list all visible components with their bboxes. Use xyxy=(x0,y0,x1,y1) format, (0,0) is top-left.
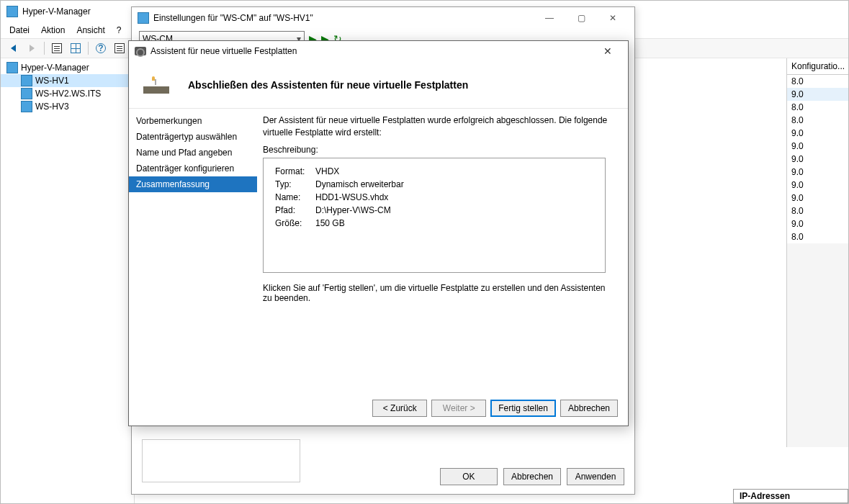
settings-cancel-button[interactable]: Abbrechen xyxy=(503,468,561,485)
question-icon: ? xyxy=(96,43,106,53)
grid-icon xyxy=(71,43,81,53)
settings-icon xyxy=(138,12,149,24)
right-column-pane: Konfiguratio... 8.0 9.0 8.0 8.0 9.0 9.0 … xyxy=(786,58,848,447)
wizard-close-button[interactable]: ✕ xyxy=(593,45,622,57)
settings-apply-button[interactable]: Anwenden xyxy=(567,468,624,485)
wizard-intro: Der Assistent für neue virtuelle Festpla… xyxy=(263,114,616,139)
new-vhd-wizard: Assistent für neue virtuelle Festplatten… xyxy=(128,40,629,426)
wizard-buttons: < Zurück Weiter > Fertig stellen Abbrech… xyxy=(372,400,618,417)
step-name-path[interactable]: Name und Pfad angeben xyxy=(129,145,257,161)
host-icon xyxy=(21,88,32,99)
step-configure[interactable]: Datenträger konfigurieren xyxy=(129,161,257,176)
hv-icon xyxy=(6,62,18,73)
menu-help[interactable]: ? xyxy=(111,24,127,37)
settings-titlebar: Einstellungen für "WS-CM" auf "WS-HV1" —… xyxy=(132,7,634,29)
host-icon xyxy=(21,75,32,86)
settings-ok-button[interactable]: OK xyxy=(440,468,498,485)
settings-preview-area xyxy=(142,439,300,482)
list-item[interactable]: 9.0 xyxy=(787,140,848,153)
summary-format-key: Format: xyxy=(272,166,311,177)
menu-view[interactable]: Ansicht xyxy=(71,24,110,37)
wizard-steps: Vorbemerkungen Datenträgertyp auswählen … xyxy=(129,109,257,394)
config-version-list: 8.0 9.0 8.0 8.0 9.0 9.0 9.0 9.0 9.0 9.0 … xyxy=(787,75,848,243)
list-item[interactable]: 9.0 xyxy=(787,127,848,140)
tree-node-label: WS-HV2.WS.ITS xyxy=(35,89,101,99)
settings-buttons: OK Abbrechen Anwenden xyxy=(440,468,624,485)
list-item[interactable]: 9.0 xyxy=(787,192,848,204)
wizard-next-button: Weiter > xyxy=(431,400,486,417)
list-icon xyxy=(114,43,125,53)
arrow-right-icon xyxy=(30,45,35,52)
wizard-titlebar: Assistent für neue virtuelle Festplatten… xyxy=(129,41,628,61)
nav-back-button[interactable] xyxy=(5,40,21,56)
ip-addresses-header[interactable]: IP-Adressen xyxy=(733,489,848,503)
summary-path-value: D:\Hyper-V\WS-CM xyxy=(313,204,407,216)
toolbar-separator xyxy=(44,42,45,55)
menu-file[interactable]: Datei xyxy=(4,24,35,37)
wizard-hint: Klicken Sie auf 'Fertig stellen', um die… xyxy=(263,283,616,303)
wizard-heading: Abschließen des Assistenten für neue vir… xyxy=(188,79,468,91)
maximize-button[interactable]: ▢ xyxy=(565,8,597,28)
step-disktype[interactable]: Datenträgertyp auswählen xyxy=(129,129,257,145)
right-header[interactable]: Konfiguratio... xyxy=(787,58,848,75)
summary-name-key: Name: xyxy=(272,192,311,203)
table-row: Pfad:D:\Hyper-V\WS-CM xyxy=(272,204,407,216)
summary-size-value: 150 GB xyxy=(313,217,407,229)
wizard-body: Vorbemerkungen Datenträgertyp auswählen … xyxy=(129,109,628,394)
toolbar-list-button[interactable] xyxy=(112,40,127,56)
minimize-button[interactable]: — xyxy=(534,8,565,28)
list-item[interactable]: 8.0 xyxy=(787,114,848,127)
list-item[interactable]: 9.0 xyxy=(787,88,848,101)
toolbar-separator xyxy=(88,42,89,55)
list-item[interactable]: 9.0 xyxy=(787,179,848,192)
tree-root[interactable]: Hyper-V-Manager xyxy=(1,61,134,74)
wand-disk-icon xyxy=(143,76,169,94)
main-title: Hyper-V-Manager xyxy=(22,6,91,17)
settings-title: Einstellungen für "WS-CM" auf "WS-HV1" xyxy=(153,13,313,23)
arrow-left-icon xyxy=(11,45,16,52)
tree-node-wshv3[interactable]: WS-HV3 xyxy=(1,100,134,113)
summary-table: Format:VHDX Typ:Dynamisch erweiterbar Na… xyxy=(271,164,408,230)
list-item[interactable]: 8.0 xyxy=(787,230,848,243)
tree-root-label: Hyper-V-Manager xyxy=(21,63,89,73)
summary-size-key: Größe: xyxy=(272,217,311,229)
tree-node-wshv1[interactable]: WS-HV1 xyxy=(1,74,134,87)
list-item[interactable]: 9.0 xyxy=(787,217,848,230)
step-vorbemerkungen[interactable]: Vorbemerkungen xyxy=(129,113,257,129)
sheet-icon xyxy=(52,43,62,53)
wizard-back-button[interactable]: < Zurück xyxy=(372,400,427,417)
summary-box: Format:VHDX Typ:Dynamisch erweiterbar Na… xyxy=(263,158,606,273)
summary-path-key: Pfad: xyxy=(272,204,311,216)
description-label: Beschreibung: xyxy=(263,145,616,155)
wizard-finish-button[interactable]: Fertig stellen xyxy=(490,400,556,417)
tree-node-label: WS-HV1 xyxy=(35,76,69,86)
menu-action[interactable]: Aktion xyxy=(35,24,71,37)
table-row: Format:VHDX xyxy=(272,166,407,177)
step-summary[interactable]: Zusammenfassung xyxy=(129,176,257,192)
tree-node-label: WS-HV3 xyxy=(35,102,69,112)
nav-forward-button xyxy=(24,40,40,56)
tree-pane: Hyper-V-Manager WS-HV1 WS-HV2.WS.ITS WS-… xyxy=(1,58,135,503)
close-button[interactable]: ✕ xyxy=(597,8,629,28)
list-item[interactable]: 9.0 xyxy=(787,166,848,179)
summary-name-value: HDD1-WSUS.vhdx xyxy=(313,192,407,203)
toolbar-sheet-button[interactable] xyxy=(49,40,65,56)
list-item[interactable]: 8.0 xyxy=(787,204,848,217)
list-item[interactable]: 8.0 xyxy=(787,75,848,88)
summary-typ-value: Dynamisch erweiterbar xyxy=(313,179,407,190)
host-icon xyxy=(21,101,32,112)
toolbar-grid-button[interactable] xyxy=(68,40,84,56)
table-row: Name:HDD1-WSUS.vhdx xyxy=(272,192,407,203)
table-row: Typ:Dynamisch erweiterbar xyxy=(272,179,407,190)
wizard-title: Assistent für neue virtuelle Festplatten xyxy=(151,46,297,56)
list-item[interactable]: 9.0 xyxy=(787,153,848,166)
wizard-header: Abschließen des Assistenten für neue vir… xyxy=(129,61,628,109)
summary-format-value: VHDX xyxy=(313,166,407,177)
toolbar-help-button[interactable]: ? xyxy=(93,40,109,56)
tree-node-wshv2[interactable]: WS-HV2.WS.ITS xyxy=(1,87,134,100)
wizard-content: Der Assistent für neue virtuelle Festpla… xyxy=(257,109,628,394)
list-item[interactable]: 8.0 xyxy=(787,101,848,114)
wizard-cancel-button[interactable]: Abbrechen xyxy=(560,400,618,417)
hdd-icon xyxy=(135,47,146,55)
table-row: Größe:150 GB xyxy=(272,217,407,229)
